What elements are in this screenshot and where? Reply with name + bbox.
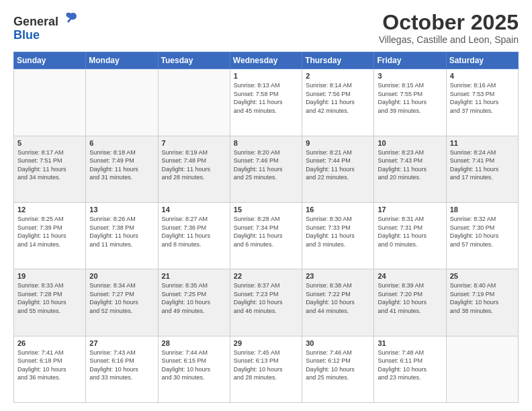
day-info: Sunrise: 8:14 AM Sunset: 7:56 PM Dayligh… (306, 81, 370, 115)
day-info: Sunrise: 8:38 AM Sunset: 7:22 PM Dayligh… (306, 281, 370, 315)
calendar-week-row: 26Sunrise: 7:41 AM Sunset: 6:18 PM Dayli… (14, 336, 519, 402)
day-info: Sunrise: 7:46 AM Sunset: 6:12 PM Dayligh… (306, 349, 370, 382)
table-row: 12Sunrise: 8:25 AM Sunset: 7:39 PM Dayli… (14, 202, 86, 269)
day-info: Sunrise: 8:37 AM Sunset: 7:23 PM Dayligh… (234, 281, 298, 315)
col-wednesday: Wednesday (230, 52, 302, 69)
day-number: 23 (306, 272, 370, 280)
day-info: Sunrise: 7:48 AM Sunset: 6:11 PM Dayligh… (378, 349, 442, 382)
day-info: Sunrise: 8:18 AM Sunset: 7:49 PM Dayligh… (89, 148, 154, 182)
day-number: 10 (378, 139, 442, 147)
calendar-week-row: 1Sunrise: 8:13 AM Sunset: 7:58 PM Daylig… (14, 69, 519, 136)
day-info: Sunrise: 8:16 AM Sunset: 7:53 PM Dayligh… (450, 81, 515, 115)
day-number: 30 (306, 339, 370, 347)
table-row: 23Sunrise: 8:38 AM Sunset: 7:22 PM Dayli… (302, 269, 374, 336)
day-info: Sunrise: 8:15 AM Sunset: 7:55 PM Dayligh… (378, 81, 442, 115)
col-sunday: Sunday (14, 52, 86, 69)
col-thursday: Thursday (302, 52, 374, 69)
day-info: Sunrise: 8:28 AM Sunset: 7:34 PM Dayligh… (234, 215, 298, 248)
table-row (158, 69, 230, 136)
calendar-week-row: 12Sunrise: 8:25 AM Sunset: 7:39 PM Dayli… (14, 202, 519, 269)
calendar-week-row: 5Sunrise: 8:17 AM Sunset: 7:51 PM Daylig… (14, 136, 519, 202)
day-number: 17 (378, 205, 442, 214)
table-row: 2Sunrise: 8:14 AM Sunset: 7:56 PM Daylig… (302, 69, 374, 136)
table-row: 18Sunrise: 8:32 AM Sunset: 7:30 PM Dayli… (446, 202, 518, 269)
col-tuesday: Tuesday (158, 52, 230, 69)
day-number: 18 (450, 205, 515, 214)
day-number: 22 (234, 272, 298, 280)
day-number: 8 (234, 139, 298, 147)
table-row: 19Sunrise: 8:33 AM Sunset: 7:28 PM Dayli… (14, 269, 86, 336)
day-info: Sunrise: 8:13 AM Sunset: 7:58 PM Dayligh… (234, 81, 298, 115)
table-row (14, 69, 86, 136)
day-number: 2 (306, 72, 370, 80)
day-number: 25 (450, 272, 515, 280)
day-info: Sunrise: 7:45 AM Sunset: 6:13 PM Dayligh… (234, 349, 298, 382)
day-info: Sunrise: 7:43 AM Sunset: 6:16 PM Dayligh… (89, 349, 154, 382)
day-number: 24 (378, 272, 442, 280)
day-info: Sunrise: 8:19 AM Sunset: 7:48 PM Dayligh… (162, 148, 226, 182)
day-number: 1 (234, 72, 298, 80)
day-number: 31 (378, 339, 442, 347)
day-number: 15 (234, 205, 298, 214)
table-row: 10Sunrise: 8:23 AM Sunset: 7:43 PM Dayli… (374, 136, 446, 202)
day-number: 11 (450, 139, 515, 147)
day-number: 16 (306, 205, 370, 214)
table-row: 28Sunrise: 7:44 AM Sunset: 6:15 PM Dayli… (158, 336, 230, 402)
day-info: Sunrise: 8:20 AM Sunset: 7:46 PM Dayligh… (234, 148, 298, 182)
table-row: 4Sunrise: 8:16 AM Sunset: 7:53 PM Daylig… (446, 69, 518, 136)
table-row (86, 69, 158, 136)
table-row: 30Sunrise: 7:46 AM Sunset: 6:12 PM Dayli… (302, 336, 374, 402)
table-row: 17Sunrise: 8:31 AM Sunset: 7:31 PM Dayli… (374, 202, 446, 269)
day-number: 4 (450, 72, 515, 80)
day-number: 12 (17, 205, 82, 214)
table-row: 16Sunrise: 8:30 AM Sunset: 7:33 PM Dayli… (302, 202, 374, 269)
table-row: 14Sunrise: 8:27 AM Sunset: 7:36 PM Dayli… (158, 202, 230, 269)
col-monday: Monday (86, 52, 158, 69)
day-number: 19 (17, 272, 82, 280)
table-row: 1Sunrise: 8:13 AM Sunset: 7:58 PM Daylig… (230, 69, 302, 136)
col-friday: Friday (374, 52, 446, 69)
title-block: October 2025 Villegas, Castille and Leon… (379, 11, 519, 45)
table-row: 15Sunrise: 8:28 AM Sunset: 7:34 PM Dayli… (230, 202, 302, 269)
table-row: 24Sunrise: 8:39 AM Sunset: 7:20 PM Dayli… (374, 269, 446, 336)
day-number: 14 (162, 205, 226, 214)
calendar-header-row: Sunday Monday Tuesday Wednesday Thursday… (14, 52, 519, 69)
day-number: 26 (17, 339, 82, 347)
day-number: 13 (89, 205, 154, 214)
day-info: Sunrise: 8:35 AM Sunset: 7:25 PM Dayligh… (162, 281, 226, 315)
table-row: 20Sunrise: 8:34 AM Sunset: 7:27 PM Dayli… (86, 269, 158, 336)
day-number: 3 (378, 72, 442, 80)
day-info: Sunrise: 8:26 AM Sunset: 7:38 PM Dayligh… (89, 215, 154, 248)
table-row: 7Sunrise: 8:19 AM Sunset: 7:48 PM Daylig… (158, 136, 230, 202)
day-number: 21 (162, 272, 226, 280)
day-info: Sunrise: 8:23 AM Sunset: 7:43 PM Dayligh… (378, 148, 442, 182)
day-info: Sunrise: 8:27 AM Sunset: 7:36 PM Dayligh… (162, 215, 226, 248)
day-number: 5 (17, 139, 82, 147)
day-info: Sunrise: 7:41 AM Sunset: 6:18 PM Dayligh… (17, 349, 82, 382)
day-info: Sunrise: 8:30 AM Sunset: 7:33 PM Dayligh… (306, 215, 370, 248)
day-number: 28 (162, 339, 226, 347)
table-row: 3Sunrise: 8:15 AM Sunset: 7:55 PM Daylig… (374, 69, 446, 136)
day-info: Sunrise: 8:24 AM Sunset: 7:41 PM Dayligh… (450, 148, 515, 182)
day-info: Sunrise: 8:34 AM Sunset: 7:27 PM Dayligh… (89, 281, 154, 315)
logo-blue: Blue (13, 28, 40, 42)
table-row: 22Sunrise: 8:37 AM Sunset: 7:23 PM Dayli… (230, 269, 302, 336)
day-info: Sunrise: 8:25 AM Sunset: 7:39 PM Dayligh… (17, 215, 82, 248)
table-row: 9Sunrise: 8:21 AM Sunset: 7:44 PM Daylig… (302, 136, 374, 202)
day-info: Sunrise: 8:32 AM Sunset: 7:30 PM Dayligh… (450, 215, 515, 248)
table-row (446, 336, 518, 402)
logo: General Blue (13, 11, 78, 42)
day-number: 27 (89, 339, 154, 347)
day-info: Sunrise: 8:40 AM Sunset: 7:19 PM Dayligh… (450, 281, 515, 315)
table-row: 21Sunrise: 8:35 AM Sunset: 7:25 PM Dayli… (158, 269, 230, 336)
table-row: 11Sunrise: 8:24 AM Sunset: 7:41 PM Dayli… (446, 136, 518, 202)
table-row: 25Sunrise: 8:40 AM Sunset: 7:19 PM Dayli… (446, 269, 518, 336)
day-number: 20 (89, 272, 154, 280)
calendar-week-row: 19Sunrise: 8:33 AM Sunset: 7:28 PM Dayli… (14, 269, 519, 336)
day-number: 6 (89, 139, 154, 147)
table-row: 6Sunrise: 8:18 AM Sunset: 7:49 PM Daylig… (86, 136, 158, 202)
month-title: October 2025 (379, 11, 519, 34)
location-subtitle: Villegas, Castille and Leon, Spain (379, 34, 519, 45)
page-header: General Blue October 2025 Villegas, Cast… (13, 11, 519, 45)
day-info: Sunrise: 8:39 AM Sunset: 7:20 PM Dayligh… (378, 281, 442, 315)
